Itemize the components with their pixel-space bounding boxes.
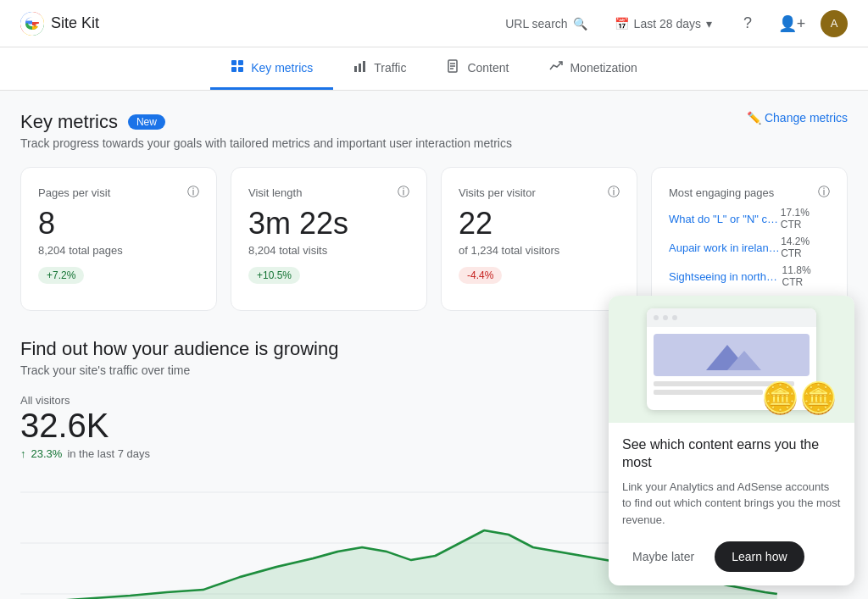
list-item: Sightseeing in northern… 11.8% CTR bbox=[669, 264, 830, 288]
tab-key-metrics-label: Key metrics bbox=[251, 61, 313, 75]
visit-length-sub: 8,204 total visits bbox=[248, 244, 409, 257]
coins-illustration: 🪙🪙 bbox=[761, 380, 837, 416]
page-link-1[interactable]: What do "L" or "N" car… bbox=[669, 213, 781, 225]
google-logo bbox=[20, 12, 44, 36]
tab-content[interactable]: Content bbox=[426, 47, 529, 90]
popup-description: Link your Analytics and AdSense accounts… bbox=[622, 479, 841, 529]
metric-card-visits-per-visitor: Visits per visitor ⓘ 22 of 1,234 total v… bbox=[441, 167, 637, 311]
info-icon-engaging[interactable]: ⓘ bbox=[818, 185, 830, 200]
svg-rect-3 bbox=[231, 67, 236, 72]
browser-dot-2 bbox=[663, 315, 668, 320]
page-ctr-2: 14.2% CTR bbox=[781, 236, 830, 259]
tab-monetization-label: Monetization bbox=[570, 61, 637, 75]
popup-actions: Maybe later Learn how bbox=[622, 541, 841, 572]
svg-rect-2 bbox=[238, 60, 243, 65]
pages-per-visit-value: 8 bbox=[38, 207, 199, 241]
page-ctr-1: 17.1% CTR bbox=[781, 207, 830, 230]
person-add-icon: 👤+ bbox=[778, 14, 806, 33]
tab-monetization[interactable]: Monetization bbox=[529, 47, 657, 90]
header: Site Kit URL search 🔍 📅 Last 28 days ▾ ?… bbox=[0, 0, 868, 47]
tab-traffic[interactable]: Traffic bbox=[333, 47, 426, 90]
edit-icon: ✏️ bbox=[747, 111, 761, 125]
svg-rect-6 bbox=[359, 64, 361, 72]
visits-per-visitor-change: -4.4% bbox=[459, 267, 502, 284]
search-icon: 🔍 bbox=[573, 17, 587, 31]
logo-area: Site Kit bbox=[20, 12, 99, 36]
visit-length-label: Visit length bbox=[248, 186, 302, 199]
visit-length-value: 3m 22s bbox=[248, 207, 409, 241]
svg-rect-7 bbox=[363, 61, 365, 72]
popup-illustration: 🪙🪙 bbox=[609, 296, 854, 423]
learn-how-button[interactable]: Learn how bbox=[715, 541, 804, 572]
app-name: Site Kit bbox=[51, 14, 99, 32]
avatar[interactable]: A bbox=[821, 10, 848, 37]
browser-dot-1 bbox=[654, 315, 659, 320]
chevron-down-icon: ▾ bbox=[706, 17, 712, 31]
list-item: Aupair work in ireland:… 14.2% CTR bbox=[669, 236, 830, 259]
page-link-3[interactable]: Sightseeing in northern… bbox=[669, 270, 782, 283]
svg-rect-4 bbox=[238, 67, 243, 72]
help-button[interactable]: ? bbox=[732, 8, 763, 39]
key-metrics-title: Key metrics bbox=[20, 111, 118, 133]
add-user-button[interactable]: 👤+ bbox=[776, 8, 807, 39]
visits-per-visitor-label: Visits per visitor bbox=[459, 186, 536, 199]
info-icon-pages[interactable]: ⓘ bbox=[187, 185, 199, 200]
metric-card-visit-length: Visit length ⓘ 3m 22s 8,204 total visits… bbox=[231, 167, 427, 311]
popup-title: See which content earns you the most bbox=[622, 436, 841, 472]
new-badge: New bbox=[128, 114, 165, 130]
popup-img-placeholder bbox=[654, 334, 810, 376]
list-item: What do "L" or "N" car… 17.1% CTR bbox=[669, 207, 830, 230]
mountain-illustration bbox=[698, 338, 765, 372]
date-range-label: Last 28 days bbox=[634, 17, 701, 31]
popup-browser-bar bbox=[647, 308, 816, 327]
key-metrics-section: Key metrics New Track progress towards y… bbox=[20, 111, 848, 164]
change-percent: 23.3% bbox=[31, 447, 63, 460]
trending-up-icon bbox=[549, 59, 563, 75]
popup-body: See which content earns you the most Lin… bbox=[609, 423, 854, 585]
page-ctr-3: 11.8% CTR bbox=[782, 264, 830, 288]
metric-card-most-engaging: Most engaging pages ⓘ What do "L" or "N"… bbox=[651, 167, 848, 311]
metric-cards-grid: Pages per visit ⓘ 8 8,204 total pages +7… bbox=[20, 167, 848, 311]
change-period: in the last 7 days bbox=[67, 447, 150, 460]
popup-card: 🪙🪙 See which content earns you the most … bbox=[609, 296, 854, 585]
help-icon: ? bbox=[743, 14, 752, 32]
url-search-label: URL search bbox=[505, 17, 567, 31]
grid-icon bbox=[231, 59, 244, 75]
change-metrics-link[interactable]: ✏️ Change metrics bbox=[747, 111, 848, 125]
arrow-up-icon: ↑ bbox=[20, 447, 26, 460]
bar-chart-icon bbox=[353, 59, 367, 75]
metric-card-pages-per-visit: Pages per visit ⓘ 8 8,204 total pages +7… bbox=[20, 167, 217, 311]
date-range-button[interactable]: 📅 Last 28 days ▾ bbox=[608, 12, 719, 36]
pages-per-visit-label: Pages per visit bbox=[38, 186, 110, 199]
text-line-2 bbox=[654, 390, 763, 395]
nav-tabs: Key metrics Traffic Content Monetization bbox=[0, 47, 868, 91]
info-icon-visit-length[interactable]: ⓘ bbox=[398, 185, 409, 200]
visit-length-change: +10.5% bbox=[248, 267, 300, 284]
tab-key-metrics[interactable]: Key metrics bbox=[210, 47, 333, 90]
browser-dot-3 bbox=[672, 315, 677, 320]
tab-content-label: Content bbox=[467, 61, 509, 75]
svg-rect-1 bbox=[231, 60, 236, 65]
visits-per-visitor-sub: of 1,234 total visitors bbox=[459, 244, 620, 257]
info-icon-visits[interactable]: ⓘ bbox=[608, 185, 620, 200]
svg-rect-5 bbox=[354, 66, 357, 72]
key-metrics-subtitle: Track progress towards your goals with t… bbox=[20, 136, 512, 150]
visits-per-visitor-value: 22 bbox=[459, 207, 620, 241]
document-icon bbox=[447, 59, 460, 75]
url-search-button[interactable]: URL search 🔍 bbox=[498, 12, 593, 36]
tab-traffic-label: Traffic bbox=[374, 61, 406, 75]
page-link-2[interactable]: Aupair work in ireland:… bbox=[669, 241, 781, 254]
maybe-later-button[interactable]: Maybe later bbox=[622, 543, 704, 570]
most-engaging-label: Most engaging pages bbox=[669, 186, 774, 199]
engaging-pages-list: What do "L" or "N" car… 17.1% CTR Aupair… bbox=[669, 207, 830, 288]
pages-per-visit-sub: 8,204 total pages bbox=[38, 244, 199, 257]
header-actions: URL search 🔍 📅 Last 28 days ▾ ? 👤+ A bbox=[498, 8, 848, 39]
pages-per-visit-change: +7.2% bbox=[38, 267, 84, 284]
calendar-icon: 📅 bbox=[615, 17, 629, 31]
